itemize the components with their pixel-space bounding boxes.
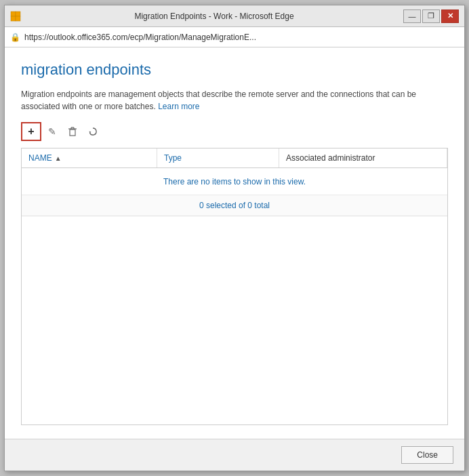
title-bar: Migration Endpoints - Work - Microsoft E… <box>5 5 464 27</box>
column-type[interactable]: Type <box>157 148 279 167</box>
content-area: migration endpoints Migration endpoints … <box>5 47 464 439</box>
edit-button[interactable]: ✎ <box>43 123 62 140</box>
toolbar: + ✎ <box>21 122 448 141</box>
refresh-button[interactable] <box>83 123 102 140</box>
sort-arrow-icon: ▲ <box>55 155 62 162</box>
refresh-icon <box>88 127 98 136</box>
restore-button[interactable]: ❐ <box>422 9 440 23</box>
trash-icon <box>68 127 77 136</box>
detail-panel <box>22 216 447 424</box>
page-title: migration endpoints <box>21 61 448 79</box>
description-text: Migration endpoints are management objec… <box>21 88 448 113</box>
app-icon <box>10 11 21 22</box>
svg-rect-4 <box>70 130 75 136</box>
delete-button[interactable] <box>63 123 82 140</box>
migration-table: NAME ▲ Type Associated administrator The… <box>21 148 448 425</box>
minimize-button[interactable]: — <box>403 9 421 23</box>
url-text: https://outlook.office365.com/ecp/Migrat… <box>24 33 459 42</box>
no-items-message: There are no items to show in this view. <box>163 177 306 186</box>
svg-rect-2 <box>11 16 16 21</box>
window-controls: — ❐ ✕ <box>403 9 459 23</box>
no-items-row: There are no items to show in this view. <box>22 168 447 195</box>
status-row: 0 selected of 0 total <box>22 195 447 216</box>
svg-rect-3 <box>16 16 20 21</box>
lock-icon: 🔒 <box>10 33 20 42</box>
window-close-button[interactable]: ✕ <box>441 9 459 23</box>
table-header: NAME ▲ Type Associated administrator <box>22 148 447 168</box>
add-button[interactable]: + <box>21 122 41 141</box>
browser-window: Migration Endpoints - Work - Microsoft E… <box>4 5 465 471</box>
window-title: Migration Endpoints - Work - Microsoft E… <box>25 12 403 21</box>
table-body: There are no items to show in this view.… <box>22 168 447 424</box>
footer: Close <box>5 439 464 471</box>
learn-more-link[interactable]: Learn more <box>158 102 199 111</box>
close-button[interactable]: Close <box>401 446 453 464</box>
status-text: 0 selected of 0 total <box>28 201 441 210</box>
svg-rect-0 <box>11 12 16 16</box>
column-admin: Associated administrator <box>279 148 447 167</box>
column-name[interactable]: NAME ▲ <box>22 148 157 167</box>
address-bar: 🔒 https://outlook.office365.com/ecp/Migr… <box>5 27 464 47</box>
svg-rect-1 <box>16 12 20 16</box>
